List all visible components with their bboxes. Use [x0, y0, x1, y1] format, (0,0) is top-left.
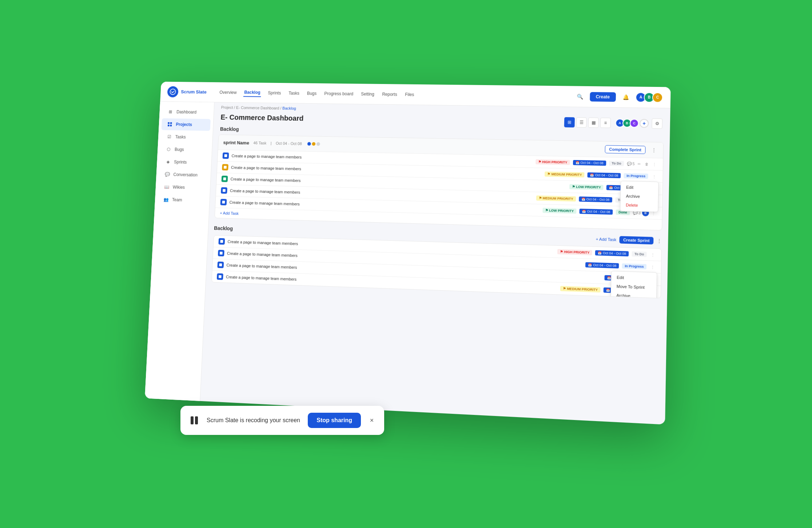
backlog-task-more-1[interactable]: ⋮: [650, 252, 656, 258]
projects-icon: [167, 121, 173, 127]
conversation-icon: 💬: [164, 172, 170, 177]
task-edit-icon-1[interactable]: ✏: [636, 161, 642, 167]
sprint-block: sprint Name 46 Task | Oct 04 - Oct 08 Co…: [215, 135, 664, 231]
nav-tasks[interactable]: Tasks: [288, 89, 300, 97]
sidebar-item-conversation[interactable]: 💬 Conversation: [159, 168, 208, 181]
wikies-icon: 📖: [164, 184, 170, 190]
backlog-title: Backlog: [214, 225, 233, 231]
view-list-btn[interactable]: ☰: [576, 117, 586, 128]
sprint-more-button[interactable]: ⋮: [650, 146, 658, 154]
nav-right: 🔍 Create 🔔 A B C: [575, 91, 663, 103]
svg-rect-4: [170, 125, 172, 127]
priority-badge-5: ⚑ LOW PRIORITY: [542, 208, 577, 214]
dot-blue: [307, 142, 311, 146]
dropdown-archive-2[interactable]: Archive: [611, 291, 656, 298]
sidebar-label-wikies: Wikies: [172, 185, 185, 190]
date-badge-5: Oct 04 - Oct 08: [580, 209, 613, 215]
view-avatars: A B C +: [615, 119, 649, 128]
sidebar-label-tasks: Tasks: [175, 135, 186, 140]
content-area: Project / E- Commerce Dashboard / Backlo…: [200, 102, 670, 424]
priority-badge-1: ⚑ HIGH PRIORITY: [536, 159, 570, 165]
view-table-btn[interactable]: ≡: [600, 118, 611, 128]
logo-area: Scrum Slate: [167, 86, 207, 98]
main-area: ⊞ Dashboard Projects ☑: [145, 102, 670, 425]
svg-rect-3: [168, 125, 170, 127]
svg-rect-1: [168, 122, 170, 124]
nav-reports[interactable]: Reports: [381, 90, 398, 98]
task-more-icon-2[interactable]: ⋮: [651, 173, 657, 180]
stop-sharing-button[interactable]: Stop sharing: [308, 413, 361, 428]
dot-gray: [317, 142, 320, 146]
sprints-icon: ◈: [165, 159, 171, 165]
backlog-task-more-2[interactable]: ⋮: [649, 264, 656, 270]
nav-files[interactable]: Files: [404, 91, 415, 99]
search-icon[interactable]: 🔍: [575, 91, 585, 101]
sidebar-item-tasks[interactable]: ☑ Tasks: [161, 131, 210, 144]
dropdown-archive[interactable]: Archive: [621, 192, 658, 201]
task-icon-1: [223, 152, 229, 159]
team-icon: 👥: [163, 197, 169, 203]
breadcrumb-project: Project: [221, 105, 233, 109]
svg-rect-12: [219, 263, 222, 266]
sidebar-item-projects[interactable]: Projects: [162, 118, 211, 131]
create-button[interactable]: Create: [590, 92, 616, 102]
dashboard-icon: ⊞: [168, 109, 174, 115]
sprint-date-range: Oct 04 - Oct 08: [276, 141, 302, 146]
svg-point-0: [170, 89, 176, 95]
dropdown-edit[interactable]: Edit: [621, 183, 658, 192]
task-icon-3: [222, 176, 228, 182]
sprint-task-count: 46 Task: [253, 141, 267, 145]
user-avatars: A B C: [636, 92, 663, 103]
task-delete-icon-1[interactable]: 🗑: [644, 161, 650, 167]
nav-backlog[interactable]: Backlog: [243, 88, 261, 97]
close-banner-button[interactable]: ×: [367, 415, 377, 425]
breadcrumb-ecommerce: E- Commerce Dashboard: [236, 105, 279, 110]
view-board-btn[interactable]: ▦: [588, 117, 599, 128]
nav-bugs[interactable]: Bugs: [306, 89, 317, 97]
add-view-button[interactable]: +: [640, 119, 649, 128]
sidebar-item-team[interactable]: 👥 Team: [158, 193, 207, 207]
backlog-add-task[interactable]: + Add Task: [596, 237, 617, 242]
view-controls: ⊞ ☰ ▦ ≡ A B C + ⚙: [564, 117, 663, 129]
nav-setting[interactable]: Setting: [360, 90, 375, 98]
sidebar-item-bugs[interactable]: ⬡ Bugs: [160, 143, 210, 156]
bugs-icon: ⬡: [166, 147, 171, 152]
create-sprint-button[interactable]: Create Sprint: [619, 236, 653, 244]
breadcrumb-backlog: Backlog: [282, 106, 296, 111]
nav-overview[interactable]: Overview: [219, 88, 238, 96]
avatar-3: C: [652, 92, 663, 103]
app-window: Scrum Slate Overview Backlog Sprints Tas…: [145, 82, 671, 425]
dropdown-delete[interactable]: Delete: [620, 200, 658, 210]
view-avatar-3: C: [630, 119, 639, 128]
complete-sprint-button[interactable]: Complete Sprint: [605, 145, 646, 154]
svg-rect-8: [223, 189, 226, 192]
date-badge-2: Oct 04 - Oct 08: [588, 172, 621, 178]
sidebar-item-sprints[interactable]: ◈ Sprints: [159, 156, 209, 168]
backlog-task-actions-2: ⋮: [649, 264, 656, 270]
sidebar-item-wikies[interactable]: 📖 Wikies: [158, 181, 208, 194]
sprint-name: sprint Name: [223, 140, 249, 145]
date-badge-1: Oct 04 - Oct 08: [573, 160, 606, 166]
task-more-icon-1[interactable]: ⋮: [651, 161, 657, 167]
sidebar-label-dashboard: Dashboard: [176, 109, 197, 115]
notification-icon[interactable]: 🔔: [620, 92, 631, 102]
logo-icon: [167, 86, 178, 97]
sidebar-label-bugs: Bugs: [175, 147, 184, 152]
task-actions-1: 💬 5 ✏ 🗑 ⋮: [627, 161, 658, 167]
backlog-more-button[interactable]: ⋮: [657, 238, 662, 244]
backlog-status-2: In Progress: [622, 263, 646, 269]
nav-sprints[interactable]: Sprints: [267, 89, 282, 97]
status-badge-2: In Progress: [624, 173, 648, 179]
backlog-actions: + Add Task Create Sprint ⋮: [596, 235, 662, 245]
pause-bar-2: [195, 416, 198, 424]
dot-orange: [312, 142, 316, 146]
task-actions-2: ⋮: [651, 173, 657, 180]
svg-rect-2: [170, 122, 172, 124]
sidebar-item-dashboard[interactable]: ⊞ Dashboard: [162, 106, 211, 118]
logo-text: Scrum Slate: [181, 89, 207, 95]
nav-progress[interactable]: Progress board: [323, 89, 354, 97]
view-grid-btn[interactable]: ⊞: [564, 117, 575, 127]
settings-button[interactable]: ⚙: [652, 119, 662, 129]
content-scroll[interactable]: sprint Name 46 Task | Oct 04 - Oct 08 Co…: [200, 135, 670, 425]
svg-rect-10: [220, 240, 223, 243]
